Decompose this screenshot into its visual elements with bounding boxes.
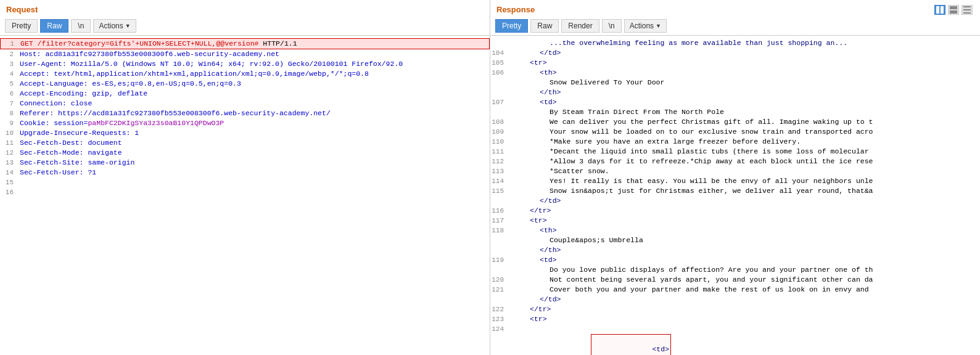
- request-line-13: 13 Sec-Fetch-Site: same-origin: [0, 158, 490, 168]
- request-actions-button[interactable]: Actions ▼: [93, 19, 136, 33]
- request-panel: Request Pretty Raw \n Actions ▼ 1 GET /f…: [0, 0, 490, 355]
- top-bar: [934, 5, 973, 15]
- request-line-8: 8 Referer: https://acd81a31fc927380fb553…: [0, 108, 490, 118]
- actions-chevron-icon: ▼: [125, 23, 131, 29]
- response-actions-chevron-icon: ▼: [656, 23, 661, 29]
- response-line-108: 108 We can deliver you the perfect Chris…: [490, 117, 980, 127]
- request-code: 1 GET /filter?category=Gifts'+UNION+SELE…: [0, 36, 490, 200]
- request-content[interactable]: 1 GET /filter?category=Gifts'+UNION+SELE…: [0, 36, 490, 355]
- response-line-118b: Couple&apos;s Umbrella: [490, 235, 980, 245]
- request-line-14: 14 Sec-Fetch-User: ?1: [0, 168, 490, 178]
- response-line-107: 107 <td>: [490, 97, 980, 107]
- response-panel: Response Pretty Raw Render \n Actions ▼ …: [490, 0, 980, 355]
- response-line-110: 110 *Make sure you have an extra large f…: [490, 137, 980, 147]
- request-line-9: 9 Cookie: session=paMbFC2DKIgSYa3z3s0aB1…: [0, 118, 490, 128]
- request-toolbar: Pretty Raw \n Actions ▼: [0, 17, 490, 36]
- response-tab-pretty[interactable]: Pretty: [495, 19, 528, 33]
- svg-rect-2: [950, 6, 957, 9]
- response-actions-button[interactable]: Actions ▼: [624, 19, 667, 33]
- response-line-114: 114 Yes! It really is that easy. You wil…: [490, 176, 980, 186]
- response-line-121b: </td>: [490, 295, 980, 304]
- request-line-6: 6 Accept-Encoding: gzip, deflate: [0, 89, 490, 99]
- svg-rect-5: [963, 9, 971, 10]
- response-line-106b: Snow Delivered To Your Door: [490, 78, 980, 88]
- response-line-119: 119 <td>: [490, 255, 980, 265]
- svg-rect-0: [936, 6, 939, 14]
- response-code: ...the overwhelming feeling as more avai…: [490, 36, 980, 355]
- response-toolbar: Pretty Raw Render \n Actions ▼: [490, 17, 980, 36]
- response-line-116: 116 </tr>: [490, 206, 980, 216]
- request-tab-pretty[interactable]: Pretty: [5, 19, 38, 33]
- svg-rect-4: [963, 6, 971, 7]
- request-line-7: 7 Connection: close: [0, 99, 490, 108]
- response-line-119b: Do you love public displays of affection…: [490, 265, 980, 275]
- response-line-115: 115 Snow isn&apos;t just for Christmas e…: [490, 186, 980, 196]
- svg-rect-6: [963, 12, 971, 14]
- response-line-104: 104 </td>: [490, 48, 980, 58]
- request-line-4: 4 Accept: text/html,application/xhtml+xm…: [0, 69, 490, 79]
- request-line-15: 15: [0, 178, 490, 187]
- request-line-12: 12 Sec-Fetch-Mode: navigate: [0, 148, 490, 158]
- response-line-105: 105 <tr>: [490, 58, 980, 68]
- response-line-120: 120 Not content being several yards apar…: [490, 275, 980, 285]
- response-line-109: 109 Your snow will be loaded on to our e…: [490, 127, 980, 137]
- response-tab-raw[interactable]: Raw: [530, 19, 559, 33]
- svg-rect-3: [950, 10, 957, 14]
- response-line-121: 121 Cover both you and your partner and …: [490, 285, 980, 295]
- request-tab-raw[interactable]: Raw: [40, 19, 68, 33]
- response-line-123: 123 <tr>: [490, 314, 980, 324]
- request-line-11: 11 Sec-Fetch-Dest: document: [0, 138, 490, 148]
- request-line-1: 1 GET /filter?category=Gifts'+UNION+SELE…: [0, 38, 490, 49]
- response-line-118: 118 <th>: [490, 226, 980, 235]
- response-line-118c: </th>: [490, 245, 980, 255]
- request-panel-title: Request: [0, 0, 490, 17]
- response-line-115b: </td>: [490, 196, 980, 206]
- request-line-16: 16: [0, 187, 490, 197]
- response-line-106c: </th>: [490, 88, 980, 97]
- response-line-122: 122 </tr>: [490, 304, 980, 314]
- response-line-117: 117 <tr>: [490, 216, 980, 226]
- svg-rect-1: [941, 6, 944, 14]
- response-line-112: 112 *Allow 3 days for it to refreeze.*Ch…: [490, 157, 980, 166]
- request-line-3: 3 User-Agent: Mozilla/5.0 (Windows NT 10…: [0, 59, 490, 69]
- response-tab-n[interactable]: \n: [602, 19, 622, 33]
- response-panel-title: Response: [490, 0, 980, 17]
- response-line-top-partial: ...the overwhelming feeling as more avai…: [490, 38, 980, 48]
- layout-btn-2[interactable]: [948, 5, 959, 15]
- layout-btn-3[interactable]: [961, 5, 973, 15]
- request-tab-n[interactable]: \n: [71, 19, 91, 33]
- response-content[interactable]: ...the overwhelming feeling as more avai…: [490, 36, 980, 355]
- response-line-107b: By Steam Train Direct From The North Pol…: [490, 107, 980, 117]
- response-line-106: 106 <th>: [490, 68, 980, 78]
- response-line-111: 111 *Decant the liquid into small plasti…: [490, 147, 980, 157]
- request-line-5: 5 Accept-Language: es-ES,es;q=0.8,en-US;…: [0, 79, 490, 89]
- layout-btn-1[interactable]: [934, 5, 945, 15]
- request-line-2: 2 Host: acd81a31fc927380fb553e008300f6.w…: [0, 49, 490, 59]
- request-line-10: 10 Upgrade-Insecure-Requests: 1: [0, 128, 490, 138]
- response-line-113: 113 *Scatter snow.: [490, 166, 980, 176]
- main-container: Request Pretty Raw \n Actions ▼ 1 GET /f…: [0, 0, 980, 355]
- response-tab-render[interactable]: Render: [561, 19, 599, 33]
- response-line-124: 124 <td>: [490, 324, 980, 355]
